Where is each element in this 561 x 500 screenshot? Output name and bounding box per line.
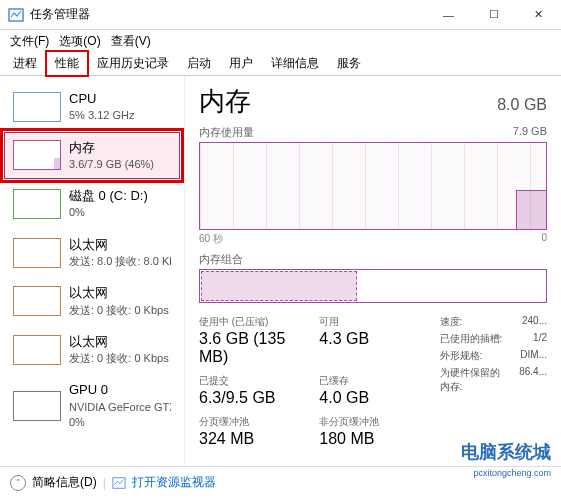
eth-thumb-icon — [13, 335, 61, 365]
open-resmon-link[interactable]: 打开资源监视器 — [132, 474, 216, 491]
form-label: 外形规格: — [440, 349, 483, 363]
speed-label: 速度: — [440, 315, 463, 329]
memory-usage-chart — [199, 142, 547, 230]
specs: 速度:240... 已使用的插槽:1/2 外形规格:DIM... 为硬件保留的内… — [440, 315, 547, 448]
cached-val: 4.0 GB — [319, 389, 421, 407]
tab-services[interactable]: 服务 — [328, 51, 370, 76]
eth1-sub: 发送: 8.0 接收: 8.0 Kbps — [69, 254, 171, 269]
axis-left: 60 秒 — [199, 232, 223, 246]
gpu-thumb-icon — [13, 391, 61, 421]
eth1-title: 以太网 — [69, 236, 171, 254]
tab-users[interactable]: 用户 — [220, 51, 262, 76]
mem-thumb-icon — [13, 140, 61, 170]
menu-view[interactable]: 查看(V) — [107, 31, 155, 52]
titlebar: 任务管理器 — ☐ ✕ — [0, 0, 561, 30]
close-button[interactable]: ✕ — [516, 0, 561, 30]
cpu-thumb-icon — [13, 92, 61, 122]
memory-composition-chart — [199, 269, 547, 303]
comp-label: 内存组合 — [199, 252, 243, 267]
avail-val: 4.3 GB — [319, 330, 421, 348]
tab-performance[interactable]: 性能 — [46, 51, 88, 76]
sidebar-item-eth3[interactable]: 以太网发送: 0 接收: 0 Kbps — [4, 326, 180, 374]
chevron-up-icon[interactable]: ˄ — [10, 475, 26, 491]
avail-label: 可用 — [319, 315, 421, 329]
sidebar-item-memory[interactable]: 内存3.6/7.9 GB (46%) — [4, 132, 180, 180]
cpu-sub: 5% 3.12 GHz — [69, 108, 134, 123]
sidebar-item-eth1[interactable]: 以太网发送: 8.0 接收: 8.0 Kbps — [4, 229, 180, 277]
disk-thumb-icon — [13, 189, 61, 219]
sidebar-item-eth2[interactable]: 以太网发送: 0 接收: 0 Kbps — [4, 277, 180, 325]
form-val: DIM... — [520, 349, 547, 363]
eth-thumb-icon — [13, 238, 61, 268]
watermark-sub: pcxitongcheng.com — [473, 468, 551, 478]
tab-details[interactable]: 详细信息 — [262, 51, 328, 76]
sidebar-item-disk[interactable]: 磁盘 0 (C: D:)0% — [4, 180, 180, 228]
sidebar-item-gpu[interactable]: GPU 0NVIDIA GeForce GTX ...0% — [4, 374, 180, 437]
eth2-sub: 发送: 0 接收: 0 Kbps — [69, 303, 169, 318]
maximize-button[interactable]: ☐ — [471, 0, 516, 30]
inuse-label: 使用中 (已压缩) — [199, 315, 301, 329]
taskmgr-icon — [8, 7, 24, 23]
eth-thumb-icon — [13, 286, 61, 316]
paged-val: 324 MB — [199, 430, 301, 448]
paged-label: 分页缓冲池 — [199, 415, 301, 429]
nonpaged-val: 180 MB — [319, 430, 421, 448]
menubar: 文件(F) 选项(O) 查看(V) — [0, 30, 561, 52]
axis-right: 0 — [541, 232, 547, 246]
resmon-icon — [112, 476, 126, 490]
sidebar: CPU5% 3.12 GHz 内存3.6/7.9 GB (46%) 磁盘 0 (… — [0, 76, 185, 466]
eth3-sub: 发送: 0 接收: 0 Kbps — [69, 351, 169, 366]
minimize-button[interactable]: — — [426, 0, 471, 30]
cpu-title: CPU — [69, 90, 134, 108]
menu-file[interactable]: 文件(F) — [6, 31, 53, 52]
slots-val: 1/2 — [533, 332, 547, 346]
slots-label: 已使用的插槽: — [440, 332, 503, 346]
disk-sub: 0% — [69, 205, 148, 220]
usage-label: 内存使用量 — [199, 125, 254, 140]
less-details-link[interactable]: 简略信息(D) — [32, 474, 97, 491]
watermark: 电脑系统城 — [461, 440, 551, 464]
cached-label: 已缓存 — [319, 374, 421, 388]
reserved-label: 为硬件保留的内存: — [440, 366, 506, 394]
tab-history[interactable]: 应用历史记录 — [88, 51, 178, 76]
gpu-title: GPU 0 — [69, 381, 171, 399]
eth2-title: 以太网 — [69, 284, 169, 302]
nonpaged-label: 非分页缓冲池 — [319, 415, 421, 429]
mem-title: 内存 — [69, 139, 154, 157]
reserved-val: 86.4... — [519, 366, 547, 394]
committed-val: 6.3/9.5 GB — [199, 389, 301, 407]
menu-options[interactable]: 选项(O) — [55, 31, 104, 52]
detail-panel: 内存 8.0 GB 内存使用量7.9 GB 60 秒0 内存组合 使用中 (已压… — [185, 76, 561, 466]
gpu-sub: NVIDIA GeForce GTX ... — [69, 400, 171, 415]
tab-startup[interactable]: 启动 — [178, 51, 220, 76]
gpu-sub2: 0% — [69, 415, 171, 430]
eth3-title: 以太网 — [69, 333, 169, 351]
mem-sub: 3.6/7.9 GB (46%) — [69, 157, 154, 172]
window-title: 任务管理器 — [30, 6, 426, 23]
sidebar-item-cpu[interactable]: CPU5% 3.12 GHz — [4, 83, 180, 131]
detail-capacity: 8.0 GB — [497, 96, 547, 114]
committed-label: 已提交 — [199, 374, 301, 388]
disk-title: 磁盘 0 (C: D:) — [69, 187, 148, 205]
detail-title: 内存 — [199, 84, 251, 119]
speed-val: 240... — [522, 315, 547, 329]
tab-processes[interactable]: 进程 — [4, 51, 46, 76]
inuse-val: 3.6 GB (135 MB) — [199, 330, 301, 366]
usage-max: 7.9 GB — [513, 125, 547, 140]
tabbar: 进程 性能 应用历史记录 启动 用户 详细信息 服务 — [0, 52, 561, 76]
